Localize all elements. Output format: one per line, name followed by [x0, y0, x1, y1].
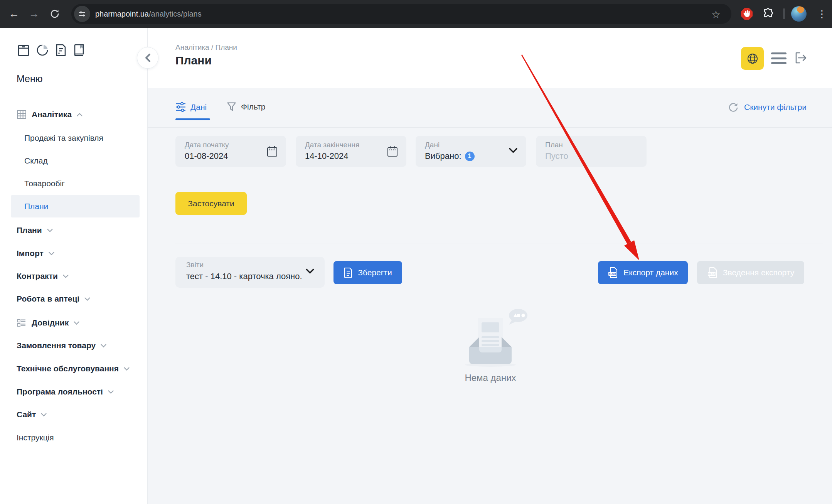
menu-toggle-icon[interactable]: [771, 52, 787, 64]
url-text: pharmapoint.ua/analytics/plans: [95, 4, 202, 24]
report-file-icon[interactable]: [55, 43, 67, 57]
sidebar-item-turnover[interactable]: Товарообіг: [24, 177, 65, 190]
chevron-down-icon: [108, 390, 114, 394]
sidebar-item-label: Плани: [24, 202, 48, 211]
plan-select-field[interactable]: План Пусто: [536, 136, 647, 167]
sidebar-item-directory[interactable]: Довідник: [17, 316, 79, 329]
funnel-icon: [227, 102, 236, 112]
url-bar[interactable]: pharmapoint.ua/analytics/plans ☆: [71, 4, 731, 24]
reload-icon[interactable]: [46, 0, 63, 28]
adblock-extension-icon[interactable]: [740, 7, 753, 20]
chevron-down-icon: [124, 367, 130, 371]
sidebar-item-label: Товарообіг: [24, 179, 65, 188]
save-button[interactable]: Зберегти: [333, 261, 402, 284]
sidebar-item-sales-purchases[interactable]: Продажі та закупівля: [24, 131, 103, 145]
browser-menu-icon[interactable]: ⋮: [814, 5, 830, 22]
export-button-label: Експорт даних: [623, 268, 678, 277]
sidebar-item-plans-active[interactable]: Плани: [24, 200, 48, 213]
extensions-icon[interactable]: [762, 8, 774, 20]
chevron-left-icon: [145, 53, 151, 62]
apply-button[interactable]: Застосувати: [175, 192, 247, 215]
field-value: Вибрано:1: [425, 151, 475, 161]
chevron-down-icon: [41, 413, 47, 416]
sidebar-item-label: Технічне обслуговування: [17, 364, 119, 373]
sidebar-item-import[interactable]: Імпорт: [17, 247, 54, 260]
sidebar-item-warehouse[interactable]: Склад: [24, 154, 48, 167]
forward-icon[interactable]: →: [25, 0, 42, 28]
sidebar-item-contracts[interactable]: Контракти: [17, 270, 69, 283]
sidebar-item-label: Аналітика: [32, 110, 72, 119]
sidebar-item-goods-order[interactable]: Замовлення товару: [17, 339, 106, 352]
sidebar-item-label: Програма лояльності: [17, 387, 103, 396]
browser-toolbar: ← → pharmapoint.ua/analytics/plans ☆ ⋮: [0, 0, 832, 28]
sidebar-item-label: Робота в аптеці: [17, 294, 79, 303]
list-icon: [17, 318, 27, 328]
field-label: Дата початку: [185, 141, 229, 149]
dropdown-label: Звіти: [186, 261, 204, 269]
selected-count-badge: 1: [465, 152, 475, 161]
tab-data[interactable]: Дані: [175, 102, 207, 112]
sidebar-item-plans-group[interactable]: Плани: [17, 224, 53, 237]
field-placeholder: Пусто: [545, 151, 568, 161]
page-header: Аналітика / Плани Плани: [148, 28, 832, 88]
sidebar-item-label: Сайт: [17, 410, 36, 419]
sidebar-item-instruction[interactable]: Інструкція: [17, 431, 54, 444]
sidebar-item-loyalty-program[interactable]: Програма лояльності: [17, 385, 114, 398]
bookmark-star-icon[interactable]: ☆: [711, 8, 721, 21]
sidebar-item-label: Контракти: [17, 271, 58, 281]
sidebar-menu-heading: Меню: [17, 73, 43, 84]
back-icon[interactable]: ←: [5, 0, 22, 28]
sidebar-item-pharmacy-work[interactable]: Робота в аптеці: [17, 292, 90, 305]
language-button[interactable]: [741, 47, 764, 70]
sliders-icon: [175, 102, 186, 112]
sidebar-collapse-button[interactable]: [137, 47, 158, 69]
reports-dropdown[interactable]: Звіти тест - 14.10 - карточка лояно...: [175, 257, 325, 288]
field-label: Дата закінчення: [305, 141, 359, 149]
book-icon[interactable]: [73, 43, 85, 57]
sidebar-item-label: Склад: [24, 156, 48, 165]
start-date-field[interactable]: Дата початку 01-08-2024: [175, 136, 286, 167]
svg-text:XLSX: XLSX: [708, 272, 716, 276]
calendar-icon[interactable]: [266, 145, 278, 158]
chevron-down-icon: [305, 268, 315, 274]
chevron-down-icon: [509, 148, 518, 153]
pie-chart-icon[interactable]: [36, 43, 49, 57]
chevron-down-icon: [101, 344, 106, 347]
reset-filters-label: Скинути фільтри: [744, 103, 807, 112]
refresh-icon: [728, 102, 739, 113]
archive-box-icon[interactable]: [17, 43, 30, 57]
site-settings-icon[interactable]: [74, 6, 90, 22]
field-value: 14-10-2024: [305, 151, 349, 161]
end-date-field[interactable]: Дата закінчення 14-10-2024: [296, 136, 406, 167]
sidebar-quick-icons: [17, 43, 85, 57]
profile-avatar[interactable]: [791, 6, 807, 22]
sidebar-item-site[interactable]: Сайт: [17, 408, 47, 421]
sidebar-item-analytics[interactable]: Аналітика: [17, 108, 83, 121]
puzzle-glyph: [762, 8, 774, 20]
reload-glyph: [49, 8, 60, 19]
export-summary-label: Зведення експорту: [723, 268, 794, 277]
empty-inbox-icon: [452, 307, 529, 373]
screen: ← → pharmapoint.ua/analytics/plans ☆ ⋮: [0, 0, 832, 504]
dropdown-value: тест - 14.10 - карточка лояно...: [186, 271, 302, 281]
url-host: pharmapoint.ua: [95, 10, 149, 19]
active-tab-underline: [175, 118, 210, 120]
xlsx-file-icon: XLSX: [608, 267, 618, 278]
apply-button-label: Застосувати: [188, 199, 234, 208]
reset-filters-link[interactable]: Скинути фільтри: [728, 102, 807, 113]
sidebar: Меню Аналітика Продажі та закупівля Скла…: [0, 28, 148, 504]
chevron-down-icon: [47, 229, 53, 232]
export-summary-button[interactable]: XLSX Зведення експорту: [697, 261, 804, 284]
data-select-field[interactable]: Дані Вибрано:1: [416, 136, 526, 167]
export-data-button[interactable]: XLSX Експорт даних: [598, 261, 688, 284]
app-window: Меню Аналітика Продажі та закупівля Скла…: [0, 28, 832, 504]
logout-button[interactable]: [793, 50, 808, 67]
field-value: 01-08-2024: [185, 151, 228, 161]
selected-count-text: Вибрано:: [425, 151, 461, 161]
tab-filter[interactable]: Фільтр: [227, 102, 265, 112]
tabbar-divider: [148, 127, 832, 128]
sidebar-item-maintenance[interactable]: Технічне обслуговування: [17, 362, 130, 375]
save-button-label: Зберегти: [358, 268, 392, 277]
field-label: План: [545, 141, 563, 149]
calendar-icon[interactable]: [386, 145, 399, 158]
